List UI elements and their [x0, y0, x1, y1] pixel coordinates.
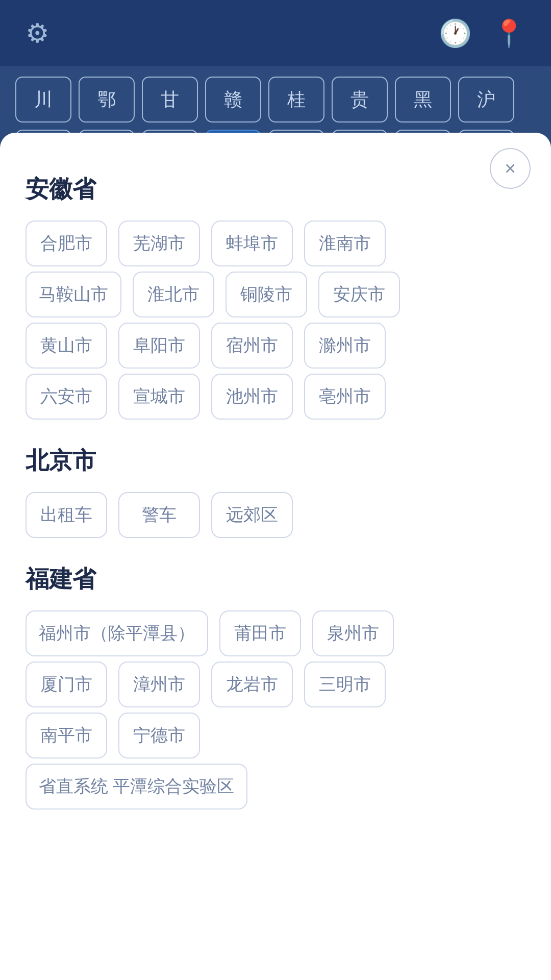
section-beijing: 北京市 出租车 警车 远郊区 [26, 445, 525, 538]
fujian-cities-row2: 厦门市 漳州市 龙岩市 三明市 [26, 662, 525, 707]
city-maanshan[interactable]: 马鞍山市 [26, 272, 121, 317]
settings-icon[interactable]: ⚙ [26, 18, 49, 48]
city-huaibei[interactable]: 淮北市 [133, 272, 214, 317]
location-icon[interactable]: 📍 [492, 18, 525, 49]
shortcut-btn-gui[interactable]: 桂 [268, 77, 324, 122]
city-luan[interactable]: 六安市 [26, 374, 107, 420]
city-fuzhou[interactable]: 福州市（除平潭县） [26, 610, 208, 656]
anhui-cities-row4: 六安市 宣城市 池州市 亳州市 [26, 374, 525, 420]
city-longyan[interactable]: 龙岩市 [211, 662, 293, 707]
shortcut-btn-chuan[interactable]: 川 [15, 77, 71, 122]
beijing-title: 北京市 [26, 445, 525, 477]
anhui-cities-row1: 合肥市 芜湖市 蚌埠市 淮南市 [26, 220, 525, 266]
city-anqing[interactable]: 安庆市 [318, 272, 400, 317]
shortcut-btn-hei[interactable]: 黑 [395, 77, 451, 122]
city-xiamen[interactable]: 厦门市 [26, 662, 107, 707]
shortcut-btn-gui2[interactable]: 贵 [332, 77, 388, 122]
city-pingtan[interactable]: 省直系统 平潭综合实验区 [26, 764, 247, 810]
anhui-cities-row2: 马鞍山市 淮北市 铜陵市 安庆市 [26, 272, 525, 317]
shortcut-btn-gan2[interactable]: 赣 [205, 77, 261, 122]
city-bozhou[interactable]: 亳州市 [304, 374, 386, 420]
city-suburb[interactable]: 远郊区 [211, 492, 293, 538]
city-nanping[interactable]: 南平市 [26, 713, 107, 758]
city-suzhou[interactable]: 宿州市 [211, 323, 293, 369]
fujian-cities-row4: 省直系统 平潭综合实验区 [26, 764, 525, 810]
city-bengbu[interactable]: 蚌埠市 [211, 220, 293, 266]
city-ningde[interactable]: 宁德市 [118, 713, 200, 758]
close-button[interactable]: × [490, 148, 531, 189]
shortcut-btn-hu[interactable]: 沪 [458, 77, 514, 122]
city-police[interactable]: 警车 [118, 492, 200, 538]
city-quanzhou[interactable]: 泉州市 [312, 610, 394, 656]
app-header: ⚙ 🕐 📍 [0, 0, 551, 66]
fujian-cities-row1: 福州市（除平潭县） 莆田市 泉州市 [26, 610, 525, 656]
city-sanming[interactable]: 三明市 [304, 662, 386, 707]
header-right-icons: 🕐 📍 [439, 18, 525, 49]
city-chuzhou[interactable]: 滁州市 [304, 323, 386, 369]
fujian-title: 福建省 [26, 564, 525, 595]
city-hefei[interactable]: 合肥市 [26, 220, 107, 266]
fujian-cities-row3: 南平市 宁德市 [26, 713, 525, 758]
city-taxi[interactable]: 出租车 [26, 492, 107, 538]
section-anhui: 安徽省 合肥市 芜湖市 蚌埠市 淮南市 马鞍山市 淮北市 铜陵市 安庆市 黄山市… [26, 174, 525, 420]
shortcut-btn-e[interactable]: 鄂 [79, 77, 135, 122]
city-huangshan[interactable]: 黄山市 [26, 323, 107, 369]
city-chizhou[interactable]: 池州市 [211, 374, 293, 420]
city-wuhu[interactable]: 芜湖市 [118, 220, 200, 266]
city-putian[interactable]: 莆田市 [219, 610, 301, 656]
city-selection-panel: × 安徽省 合肥市 芜湖市 蚌埠市 淮南市 马鞍山市 淮北市 铜陵市 安庆市 黄… [0, 133, 551, 980]
shortcut-btn-gan[interactable]: 甘 [142, 77, 198, 122]
shortcut-row-1: 川 鄂 甘 赣 桂 贵 黑 沪 [15, 77, 536, 122]
anhui-cities-row3: 黄山市 阜阳市 宿州市 滁州市 [26, 323, 525, 369]
city-tongling[interactable]: 铜陵市 [226, 272, 307, 317]
anhui-title: 安徽省 [26, 174, 525, 205]
section-fujian: 福建省 福州市（除平潭县） 莆田市 泉州市 厦门市 漳州市 龙岩市 三明市 南平… [26, 564, 525, 810]
city-zhangzhou[interactable]: 漳州市 [118, 662, 200, 707]
beijing-cities-row1: 出租车 警车 远郊区 [26, 492, 525, 538]
city-huainan[interactable]: 淮南市 [304, 220, 386, 266]
city-xuancheng[interactable]: 宣城市 [118, 374, 200, 420]
history-icon[interactable]: 🕐 [439, 18, 472, 49]
city-fuyang[interactable]: 阜阳市 [118, 323, 200, 369]
